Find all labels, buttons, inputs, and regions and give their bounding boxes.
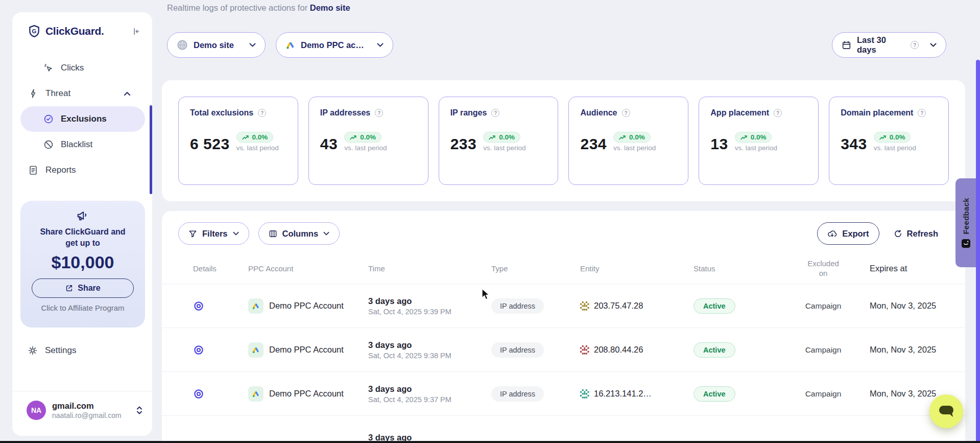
entity-value: 16.213.141.2… xyxy=(594,389,652,399)
help-icon[interactable] xyxy=(774,109,782,117)
col-header-status: Status xyxy=(694,264,791,273)
megaphone-icon xyxy=(76,209,90,222)
trend-value: 0.0% xyxy=(499,133,515,141)
external-link-icon xyxy=(65,284,73,292)
time-absolute: Sat, Oct 4, 2025 9:39 PM xyxy=(368,308,491,316)
site-selector[interactable]: Demo site xyxy=(167,32,266,58)
account-switcher[interactable]: NA gmail.com naatali.ro@gmail.com xyxy=(27,401,143,420)
status-badge: Active xyxy=(694,386,735,402)
settings-label: Settings xyxy=(45,345,76,356)
calendar-icon xyxy=(842,40,851,50)
affiliate-promo-card[interactable]: Share ClickGuard and get up to $10,000 S… xyxy=(20,201,145,328)
ppc-account-selector[interactable]: Demo PPC ac… xyxy=(276,32,393,58)
gear-icon xyxy=(28,345,38,356)
stat-caption: vs. last period xyxy=(344,144,387,152)
ppc-account-name: Demo PPC Account xyxy=(269,345,344,355)
help-icon[interactable] xyxy=(491,109,499,117)
cloud-download-icon xyxy=(827,229,837,238)
trend-badge: 0.0% xyxy=(735,132,772,143)
sidebar-item-exclusions[interactable]: Exclusions xyxy=(20,106,145,132)
table-row: Demo PPC Account 3 days agoSat, Oct 4, 2… xyxy=(162,371,965,415)
refresh-button-label: Refresh xyxy=(907,229,938,239)
sidebar-scrollbar[interactable] xyxy=(150,105,152,194)
trend-value: 0.0% xyxy=(252,133,268,141)
help-icon[interactable] xyxy=(258,109,266,117)
stat-card-app-placement: App placement 13 0.0% vs. last period xyxy=(699,97,819,185)
columns-button[interactable]: Columns xyxy=(258,222,340,245)
col-header-ppc-account: PPC Account xyxy=(248,264,368,273)
sidebar-item-clicks[interactable]: Clicks xyxy=(12,55,152,81)
affiliate-link[interactable]: Click to Affiliate Program xyxy=(20,304,145,312)
refresh-button[interactable]: Refresh xyxy=(894,229,938,239)
feedback-tab[interactable]: Feedback xyxy=(955,178,976,267)
stat-caption: vs. last period xyxy=(613,144,656,152)
stat-caption: vs. last period xyxy=(874,144,916,152)
date-range-value: Last 30 days xyxy=(857,35,905,55)
view-details-icon[interactable] xyxy=(193,300,204,312)
window-edge xyxy=(0,441,980,443)
trend-value: 0.0% xyxy=(890,133,905,141)
expires-at-value: Mon, Nov 3, 2025 xyxy=(856,301,955,311)
stat-caption: vs. last period xyxy=(236,144,279,152)
feedback-label: Feedback xyxy=(962,198,970,235)
trend-value: 0.0% xyxy=(360,133,376,141)
page-scrollbar-thumb[interactable] xyxy=(976,60,980,443)
sidebar-item-blacklist[interactable]: Blacklist xyxy=(12,132,152,157)
divider xyxy=(12,391,152,391)
share-button[interactable]: Share xyxy=(32,278,134,298)
cursor-click-icon xyxy=(43,63,54,73)
time-relative: 3 days ago xyxy=(368,296,491,306)
type-badge: IP address xyxy=(491,386,544,402)
globe-icon xyxy=(177,39,188,51)
stat-title: Audience xyxy=(580,108,617,118)
help-icon[interactable] xyxy=(918,109,926,117)
promo-text: Share ClickGuard and get up to xyxy=(35,226,131,248)
view-details-icon[interactable] xyxy=(193,344,204,356)
stat-title: IP addresses xyxy=(320,108,370,118)
help-icon[interactable] xyxy=(911,41,919,49)
chat-widget-button[interactable] xyxy=(929,394,963,428)
trend-value: 0.0% xyxy=(629,133,645,141)
sidebar-item-label: Clicks xyxy=(61,63,84,73)
feedback-smiley-icon xyxy=(962,239,970,248)
columns-icon xyxy=(269,229,277,238)
sidebar-item-threat[interactable]: Threat xyxy=(12,81,152,106)
trend-badge: 0.0% xyxy=(874,132,911,143)
status-badge: Active xyxy=(694,342,735,358)
time-absolute: Sat, Oct 4, 2025 9:38 PM xyxy=(368,352,491,360)
table-row: Demo PPC Account 3 days agoSat, Oct 4, 2… xyxy=(162,284,965,328)
table-row: Demo PPC Account 3 days agoSat, Oct 4, 2… xyxy=(162,328,965,371)
export-button[interactable]: Export xyxy=(817,222,879,245)
sidebar-collapse-icon[interactable] xyxy=(131,27,141,36)
avatar: NA xyxy=(27,401,46,420)
subtitle-site-name: Demo site xyxy=(310,3,350,12)
view-details-icon[interactable] xyxy=(193,388,204,400)
help-icon[interactable] xyxy=(622,109,630,117)
logo: G ClickGuard. xyxy=(12,12,152,38)
filters-button-label: Filters xyxy=(202,229,228,239)
sidebar-item-reports[interactable]: Reports xyxy=(12,157,152,183)
site-selector-value: Demo site xyxy=(194,40,234,50)
col-header-entity: Entity xyxy=(580,264,694,273)
col-header-excluded-on: Excluded on xyxy=(791,259,856,278)
help-icon[interactable] xyxy=(375,109,383,117)
export-button-label: Export xyxy=(842,229,869,239)
stat-title: Domain placement xyxy=(841,108,913,118)
chevron-down-icon xyxy=(930,43,937,47)
time-absolute: Sat, Oct 4, 2025 9:37 PM xyxy=(368,395,491,404)
expires-at-value: Mon, Nov 3, 2025 xyxy=(856,345,955,355)
excluded-on-value: Campaign xyxy=(791,301,856,311)
stat-card-total-exclusions: Total exclusions 6 523 0.0% vs. last per… xyxy=(178,97,298,185)
stat-title: Total exclusions xyxy=(190,108,253,118)
stat-card-audience: Audience 234 0.0% vs. last period xyxy=(568,97,688,185)
user-email: naatali.ro@gmail.com xyxy=(52,411,130,419)
col-header-details: Details xyxy=(193,264,248,273)
entity-identicon xyxy=(580,345,589,355)
sidebar-item-label: Reports xyxy=(45,165,76,175)
exclusions-log: Filters Columns Export Refresh Details P… xyxy=(162,211,965,441)
filters-button[interactable]: Filters xyxy=(178,222,249,245)
sidebar-item-settings[interactable]: Settings xyxy=(28,345,76,356)
entity-identicon xyxy=(580,301,589,311)
trend-badge: 0.0% xyxy=(613,132,651,143)
date-range-selector[interactable]: Last 30 days xyxy=(832,32,946,58)
